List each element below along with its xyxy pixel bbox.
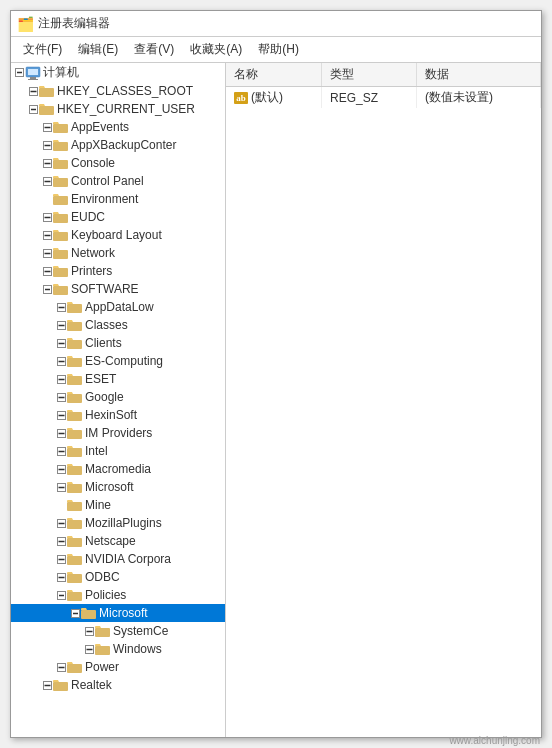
expander-software[interactable] <box>41 283 53 295</box>
svg-rect-54 <box>67 376 82 385</box>
tree-label-environment: Environment <box>71 192 138 206</box>
expander-google[interactable] <box>55 391 67 403</box>
expander-windows[interactable] <box>83 643 95 655</box>
tree-item-systemce[interactable]: SystemCe <box>11 622 225 640</box>
expander-policies[interactable] <box>55 589 67 601</box>
tree-label-network: Network <box>71 246 115 260</box>
reg-row[interactable]: ab (默认) REG_SZ(数值未设置) <box>226 87 541 109</box>
expander-nvidia[interactable] <box>55 553 67 565</box>
expander-odbc[interactable] <box>55 571 67 583</box>
tree-label-current_user: HKEY_CURRENT_USER <box>57 102 195 116</box>
expander-appevents[interactable] <box>41 121 53 133</box>
menu-bar: 文件(F)编辑(E)查看(V)收藏夹(A)帮助(H) <box>11 37 541 63</box>
folder-icon-windows <box>95 642 111 656</box>
tree-item-policies[interactable]: Policies <box>11 586 225 604</box>
tree-item-current_user[interactable]: HKEY_CURRENT_USER <box>11 100 225 118</box>
tree-item-macromedia[interactable]: Macromedia <box>11 460 225 478</box>
tree-item-netscape[interactable]: Netscape <box>11 532 225 550</box>
folder-icon-google <box>67 390 83 404</box>
tree-item-microsoft[interactable]: Microsoft <box>11 478 225 496</box>
tree-item-appdatalow[interactable]: AppDataLow <box>11 298 225 316</box>
tree-item-mozilla_plugins[interactable]: MozillaPlugins <box>11 514 225 532</box>
tree-label-software: SOFTWARE <box>71 282 139 296</box>
tree-item-printers[interactable]: Printers <box>11 262 225 280</box>
tree-item-power[interactable]: Power <box>11 658 225 676</box>
folder-icon-appxbackup <box>53 138 69 152</box>
tree-item-nvidia[interactable]: NVIDIA Corpora <box>11 550 225 568</box>
app-title: 注册表编辑器 <box>38 15 110 32</box>
tree-item-hexinsoft[interactable]: HexinSoft <box>11 406 225 424</box>
expander-current_user[interactable] <box>27 103 39 115</box>
svg-rect-57 <box>67 394 82 403</box>
expander-eset[interactable] <box>55 373 67 385</box>
folder-icon-netscape <box>67 534 83 548</box>
folder-icon-hexinsoft <box>67 408 83 422</box>
tree-item-appxbackup[interactable]: AppXBackupConter <box>11 136 225 154</box>
expander-hexinsoft[interactable] <box>55 409 67 421</box>
svg-rect-45 <box>67 322 82 331</box>
expander-macromedia[interactable] <box>55 463 67 475</box>
expander-appxbackup[interactable] <box>41 139 53 151</box>
registry-tree[interactable]: 计算机 HKEY_CLASSES_ROOT HKEY_CURRENT_USER … <box>11 63 226 737</box>
tree-item-im_providers[interactable]: IM Providers <box>11 424 225 442</box>
menu-item-收藏夹(A)[interactable]: 收藏夹(A) <box>182 39 250 60</box>
menu-item-文件(F)[interactable]: 文件(F) <box>15 39 70 60</box>
tree-item-control_panel[interactable]: Control Panel <box>11 172 225 190</box>
tree-item-eset[interactable]: ESET <box>11 370 225 388</box>
tree-label-classes: Classes <box>85 318 128 332</box>
expander-realtek[interactable] <box>41 679 53 691</box>
expander-microsoft2[interactable] <box>69 607 81 619</box>
expander-power[interactable] <box>55 661 67 673</box>
tree-item-realtek[interactable]: Realtek <box>11 676 225 694</box>
tree-item-windows[interactable]: Windows <box>11 640 225 658</box>
expander-classes[interactable] <box>55 319 67 331</box>
expander-mozilla_plugins[interactable] <box>55 517 67 529</box>
svg-rect-100 <box>67 664 82 673</box>
tree-label-microsoft2: Microsoft <box>99 606 148 620</box>
tree-item-appevents[interactable]: AppEvents <box>11 118 225 136</box>
reg-data: (数值未设置) <box>416 87 540 109</box>
expander-appdatalow[interactable] <box>55 301 67 313</box>
expander-keyboard_layout[interactable] <box>41 229 53 241</box>
tree-item-microsoft2[interactable]: Microsoft <box>11 604 225 622</box>
title-bar: 🗂️ 注册表编辑器 <box>11 11 541 37</box>
menu-item-查看(V)[interactable]: 查看(V) <box>126 39 182 60</box>
expander-printers[interactable] <box>41 265 53 277</box>
tree-item-eudc[interactable]: EUDC <box>11 208 225 226</box>
folder-icon-microsoft <box>67 480 83 494</box>
tree-item-classes_root[interactable]: HKEY_CLASSES_ROOT <box>11 82 225 100</box>
expander-network[interactable] <box>41 247 53 259</box>
expander-eudc[interactable] <box>41 211 53 223</box>
tree-label-console: Console <box>71 156 115 170</box>
tree-item-google[interactable]: Google <box>11 388 225 406</box>
tree-item-keyboard_layout[interactable]: Keyboard Layout <box>11 226 225 244</box>
expander-im_providers[interactable] <box>55 427 67 439</box>
tree-item-clients[interactable]: Clients <box>11 334 225 352</box>
tree-label-odbc: ODBC <box>85 570 120 584</box>
menu-item-帮助(H)[interactable]: 帮助(H) <box>250 39 307 60</box>
expander-control_panel[interactable] <box>41 175 53 187</box>
tree-item-odbc[interactable]: ODBC <box>11 568 225 586</box>
tree-item-intel[interactable]: Intel <box>11 442 225 460</box>
expander-classes_root[interactable] <box>27 85 39 97</box>
tree-item-software[interactable]: SOFTWARE <box>11 280 225 298</box>
app-icon: 🗂️ <box>17 16 34 32</box>
expander-systemce[interactable] <box>83 625 95 637</box>
tree-item-mine[interactable]: Mine <box>11 496 225 514</box>
reg-type: REG_SZ <box>322 87 417 109</box>
tree-item-console[interactable]: Console <box>11 154 225 172</box>
expander-console[interactable] <box>41 157 53 169</box>
tree-item-environment[interactable]: Environment <box>11 190 225 208</box>
tree-item-network[interactable]: Network <box>11 244 225 262</box>
expander-clients[interactable] <box>55 337 67 349</box>
menu-item-编辑(E)[interactable]: 编辑(E) <box>70 39 126 60</box>
expander-microsoft[interactable] <box>55 481 67 493</box>
folder-icon-mozilla_plugins <box>67 516 83 530</box>
expander-netscape[interactable] <box>55 535 67 547</box>
tree-item-es_computing[interactable]: ES-Computing <box>11 352 225 370</box>
tree-item-computer[interactable]: 计算机 <box>11 63 225 82</box>
tree-item-classes[interactable]: Classes <box>11 316 225 334</box>
expander-computer[interactable] <box>13 67 25 79</box>
expander-es_computing[interactable] <box>55 355 67 367</box>
expander-intel[interactable] <box>55 445 67 457</box>
